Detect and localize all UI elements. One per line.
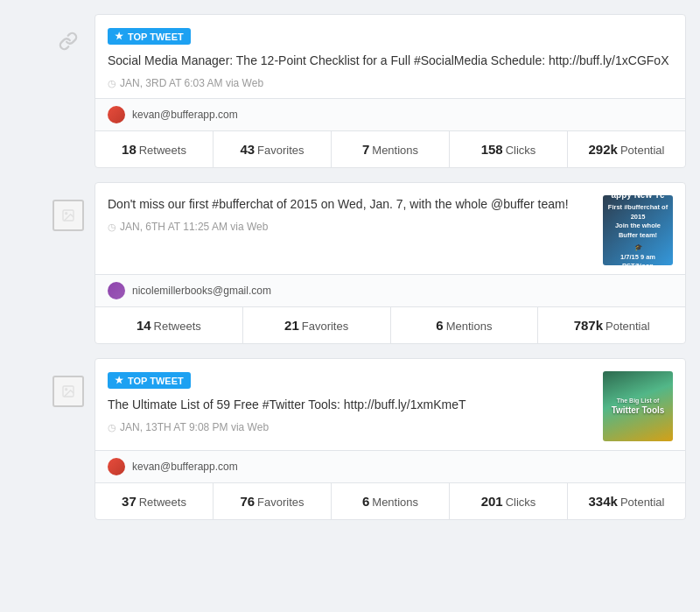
stat-label: Potential	[620, 496, 665, 509]
stat-num: 158	[481, 142, 503, 157]
stat-num: 292k	[589, 142, 618, 157]
stat-num: 37	[122, 494, 136, 509]
stat-potential: 787kPotential	[538, 307, 685, 343]
stat-mentions: 6Mentions	[391, 307, 539, 343]
stat-favorites: 21Favorites	[243, 307, 391, 343]
avatar	[108, 458, 125, 475]
stat-num: 14	[136, 318, 151, 333]
stat-label: Retweets	[139, 144, 186, 157]
tweet-card: ★Top TweetThe Ultimate List of 59 Free #…	[94, 358, 686, 520]
stat-label: Clicks	[506, 144, 536, 157]
tweet-date: JAN, 6TH AT 11:25 AM via Web	[120, 221, 268, 233]
stat-clicks: 201Clicks	[450, 483, 568, 519]
author-email: nicolemillerbooks@gmail.com	[132, 285, 271, 297]
stat-label: Retweets	[154, 320, 201, 333]
tweet-card: ★Top TweetSocial Media Manager: The 12-P…	[94, 14, 686, 168]
tweet-row: ★Top TweetThe Ultimate List of 59 Free #…	[52, 358, 686, 520]
stat-label: Potential	[620, 144, 665, 157]
stat-mentions: 7Mentions	[332, 131, 450, 167]
tweet-content: ★Top TweetThe Ultimate List of 59 Free #…	[108, 371, 594, 433]
badge-label: Top Tweet	[128, 376, 184, 386]
tweet-meta: ◷JAN, 6TH AT 11:25 AM via Web	[108, 221, 594, 233]
stat-label: Mentions	[372, 496, 418, 509]
clock-icon: ◷	[108, 78, 116, 89]
stat-num: 7	[362, 142, 369, 157]
tweet-row: Don't miss our first #bufferchat of 2015…	[52, 182, 686, 344]
top-tweet-badge: ★Top Tweet	[108, 372, 191, 389]
stat-num: 18	[122, 142, 136, 157]
tweet-author-bar: kevan@bufferapp.com	[95, 450, 685, 482]
tweet-body: ★Top TweetThe Ultimate List of 59 Free #…	[95, 359, 685, 450]
stats-bar: 14Retweets21Favorites6Mentions787kPotent…	[95, 306, 685, 343]
stat-label: Potential	[606, 320, 650, 333]
stat-retweets: 37Retweets	[95, 483, 214, 519]
stats-bar: 18Retweets43Favorites7Mentions158Clicks2…	[95, 130, 685, 167]
tweet-text: Social Media Manager: The 12-Point Check…	[108, 52, 673, 70]
stat-num: 21	[284, 318, 299, 333]
thumbnail-text: The Big List of Twitter Tools	[612, 397, 665, 416]
stat-num: 6	[362, 494, 369, 509]
stat-label: Favorites	[257, 496, 304, 509]
stat-favorites: 43Favorites	[214, 131, 332, 167]
stat-potential: 334kPotential	[568, 483, 685, 519]
clock-icon: ◷	[108, 222, 116, 233]
tweet-body: Don't miss our first #bufferchat of 2015…	[95, 183, 685, 274]
svg-point-3	[66, 389, 67, 390]
stat-label: Retweets	[139, 496, 186, 509]
stat-retweets: 14Retweets	[95, 307, 243, 343]
avatar	[108, 282, 125, 299]
author-email: kevan@bufferapp.com	[132, 461, 238, 473]
stat-num: 787k	[574, 318, 603, 333]
stats-bar: 37Retweets76Favorites6Mentions201Clicks3…	[95, 482, 685, 519]
stat-mentions: 6Mentions	[332, 483, 450, 519]
tweet-text: The Ultimate List of 59 Free #Twitter To…	[108, 396, 594, 414]
stat-num: 334k	[589, 494, 618, 509]
top-tweet-badge: ★Top Tweet	[108, 28, 191, 45]
tweet-card: Don't miss our first #bufferchat of 2015…	[94, 182, 686, 344]
image-placeholder-icon	[52, 376, 84, 407]
tweet-text: Don't miss our first #bufferchat of 2015…	[108, 195, 594, 214]
badge-label: Top Tweet	[128, 32, 184, 42]
stat-num: 76	[240, 494, 255, 509]
tweet-content: ★Top TweetSocial Media Manager: The 12-P…	[108, 27, 673, 89]
stat-label: Clicks	[506, 496, 536, 509]
stat-label: Favorites	[257, 144, 304, 157]
stat-num: 201	[481, 494, 503, 509]
tweet-list: ★Top TweetSocial Media Manager: The 12-P…	[0, 14, 700, 520]
tweet-content: Don't miss our first #bufferchat of 2015…	[108, 195, 594, 233]
tweet-date: JAN, 3RD AT 6:03 AM via Web	[120, 77, 263, 89]
clock-icon: ◷	[108, 422, 116, 433]
image-icon	[52, 358, 84, 407]
image-placeholder-icon	[52, 200, 84, 231]
tweet-body: ★Top TweetSocial Media Manager: The 12-P…	[95, 15, 685, 98]
tweet-thumbnail: appy New Ye First #bufferchat of 2015 Jo…	[603, 195, 673, 265]
image-icon	[52, 182, 84, 231]
author-email: kevan@bufferapp.com	[132, 109, 238, 121]
stat-label: Mentions	[446, 320, 493, 333]
star-icon: ★	[115, 375, 123, 386]
tweet-date: JAN, 13TH AT 9:08 PM via Web	[120, 421, 269, 433]
thumbnail-text: appy New Ye First #bufferchat of 2015 Jo…	[606, 195, 669, 265]
tweet-thumbnail: The Big List of Twitter Tools	[603, 371, 673, 441]
stat-label: Favorites	[302, 320, 348, 333]
tweet-row: ★Top TweetSocial Media Manager: The 12-P…	[52, 14, 686, 168]
tweet-author-bar: nicolemillerbooks@gmail.com	[95, 274, 685, 306]
avatar	[108, 106, 125, 123]
stat-favorites: 76Favorites	[214, 483, 332, 519]
star-icon: ★	[115, 31, 123, 42]
link-icon	[52, 14, 84, 51]
stat-potential: 292kPotential	[568, 131, 685, 167]
tweet-author-bar: kevan@bufferapp.com	[95, 98, 685, 130]
tweet-meta: ◷JAN, 13TH AT 9:08 PM via Web	[108, 421, 594, 433]
stat-label: Mentions	[372, 144, 418, 157]
tweet-meta: ◷JAN, 3RD AT 6:03 AM via Web	[108, 77, 673, 89]
stat-retweets: 18Retweets	[95, 131, 214, 167]
stat-num: 6	[436, 318, 443, 333]
stat-num: 43	[240, 142, 255, 157]
svg-point-1	[66, 213, 67, 215]
stat-clicks: 158Clicks	[450, 131, 568, 167]
